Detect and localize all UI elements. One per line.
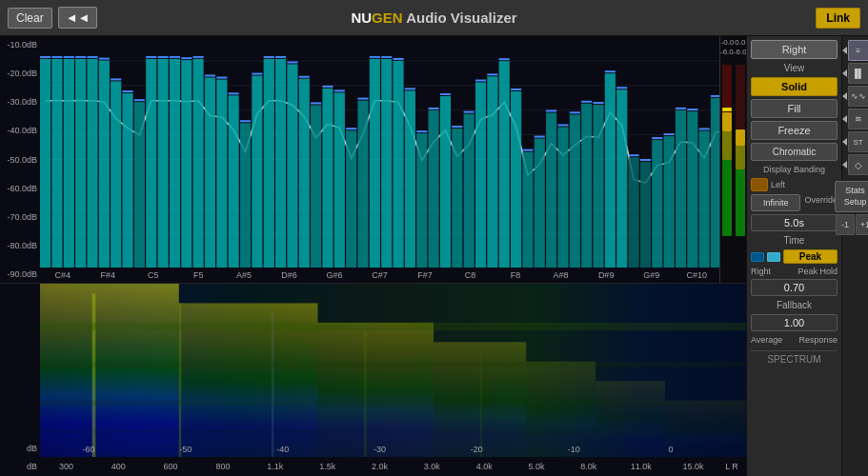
spectro-canvas [40, 284, 746, 457]
note-a5: A#5 [221, 270, 267, 280]
svg-rect-154 [40, 323, 746, 330]
svg-rect-130 [722, 160, 732, 236]
svg-rect-19 [99, 61, 110, 268]
svg-rect-133 [722, 65, 732, 112]
left-label: Left [771, 179, 838, 190]
svg-rect-9 [40, 59, 50, 268]
svg-rect-54 [299, 76, 310, 78]
main-area: -10.0dB -20.0dB -30.0dB -40.0dB -50.0dB … [0, 36, 868, 476]
db-minus30: -30 [332, 445, 429, 454]
note-axis: C#4 F#4 C5 F5 A#5 D#6 G#6 C#7 F#7 C8 F8 … [40, 268, 719, 283]
svg-rect-34 [181, 57, 192, 59]
svg-rect-24 [122, 90, 132, 92]
fill-button[interactable]: Fill [751, 99, 838, 118]
note-d6: D#6 [267, 270, 313, 280]
bars-icon-btn[interactable]: ▐▌ [848, 63, 869, 84]
y-label-7: -80.0dB [0, 241, 40, 250]
svg-rect-104 [593, 102, 603, 104]
svg-rect-114 [652, 137, 662, 139]
svg-rect-137 [736, 146, 745, 169]
svg-rect-101 [581, 104, 592, 268]
svg-rect-35 [193, 59, 204, 268]
svg-rect-22 [111, 78, 121, 80]
note-g6: G#6 [312, 270, 357, 280]
note-g9: G#9 [629, 270, 675, 280]
fallback-input[interactable] [751, 279, 838, 296]
wave-icon-btn[interactable]: ∿∿ [848, 86, 869, 107]
svg-rect-122 [699, 128, 710, 129]
svg-rect-15 [75, 59, 86, 268]
svg-rect-84 [475, 80, 486, 82]
svg-rect-36 [193, 56, 204, 58]
viz-area: -10.0dB -20.0dB -30.0dB -40.0dB -50.0dB … [0, 36, 746, 476]
app-title: NUGEN Audio Visualizer [351, 10, 516, 26]
stats-area: StatsSetup -1 +1 [835, 181, 869, 235]
svg-rect-103 [593, 105, 603, 268]
diamond-icon-btn[interactable]: ◇ [848, 154, 869, 175]
chevron-5-icon [842, 138, 847, 146]
freq-400: 400 [92, 462, 145, 471]
clear-button[interactable]: Clear [8, 8, 52, 29]
response-input[interactable] [751, 314, 838, 331]
db-minus40: -40 [234, 445, 332, 454]
y-axis: -10.0dB -20.0dB -30.0dB -40.0dB -50.0dB … [0, 36, 40, 283]
infinite-row: Left [751, 178, 838, 191]
time-input[interactable] [751, 214, 838, 231]
chromatic-button[interactable]: Chromatic [751, 143, 838, 161]
link-button[interactable]: Link [816, 8, 860, 29]
svg-rect-157 [40, 429, 746, 433]
plus1-button[interactable]: +1 [856, 214, 868, 235]
svg-rect-115 [664, 136, 675, 268]
svg-rect-58 [322, 86, 333, 88]
svg-rect-113 [652, 140, 662, 268]
right-panel-container: Right View Solid Fill Freeze Chromatic D… [746, 36, 868, 476]
spectrum-analyzer[interactable]: -10.0dB -20.0dB -30.0dB -40.0dB -50.0dB … [0, 36, 746, 284]
title-nu: NU [351, 10, 372, 26]
stats-setup-button[interactable]: StatsSetup [835, 181, 869, 212]
topbar: Clear ◄◄ NUGEN Audio Visualizer Link [0, 0, 868, 36]
svg-rect-27 [146, 59, 156, 268]
svg-rect-51 [287, 64, 297, 268]
svg-rect-74 [416, 130, 427, 132]
svg-rect-13 [64, 59, 74, 268]
right-side: Right View Solid Fill Freeze Chromatic D… [746, 36, 868, 476]
svg-rect-110 [629, 154, 639, 156]
channel-button[interactable]: Right [751, 40, 838, 59]
left-color-swatch [751, 178, 768, 191]
spectrogram[interactable]: dB [0, 284, 746, 476]
svg-rect-21 [111, 81, 121, 268]
svg-rect-71 [405, 90, 415, 268]
y-label-5: -60.0dB [0, 184, 40, 193]
y-label-1: -20.0dB [0, 69, 40, 78]
svg-rect-18 [87, 56, 97, 58]
response-row: Average Response [751, 334, 838, 346]
svg-rect-39 [216, 80, 227, 268]
freq-2k: 2.0k [353, 462, 406, 471]
stereo-icon-btn[interactable]: ST [848, 131, 869, 152]
solid-button[interactable]: Solid [751, 77, 838, 96]
svg-rect-82 [464, 111, 474, 113]
freeze-button[interactable]: Freeze [751, 121, 838, 140]
icon-row-3: ∿∿ [842, 86, 869, 107]
chevron-4-icon [842, 115, 847, 123]
rewind-button[interactable]: ◄◄ [58, 7, 98, 29]
svg-rect-79 [452, 129, 462, 268]
note-a8: A#8 [538, 270, 584, 280]
icon-strip: ≡ ▐▌ ∿∿ ≋ ST [841, 36, 868, 476]
peak-button[interactable]: Peak [783, 249, 838, 264]
infinite-button[interactable]: Infinite [751, 194, 800, 211]
svg-rect-151 [272, 313, 273, 457]
lines-icon-btn[interactable]: ≡ [848, 40, 869, 61]
svg-rect-83 [475, 83, 486, 268]
dense-icon-btn[interactable]: ≋ [848, 109, 869, 129]
minus1-button[interactable]: -1 [836, 214, 855, 235]
svg-rect-72 [405, 88, 415, 89]
freq-8k: 8.0k [562, 462, 615, 471]
svg-rect-59 [334, 92, 345, 268]
svg-rect-28 [146, 56, 156, 58]
svg-rect-33 [181, 60, 192, 268]
db-0: 0 [622, 445, 719, 454]
y-label-0: -10.0dB [0, 40, 40, 50]
svg-rect-70 [394, 58, 404, 60]
freq-1k1: 1.1k [249, 462, 301, 471]
